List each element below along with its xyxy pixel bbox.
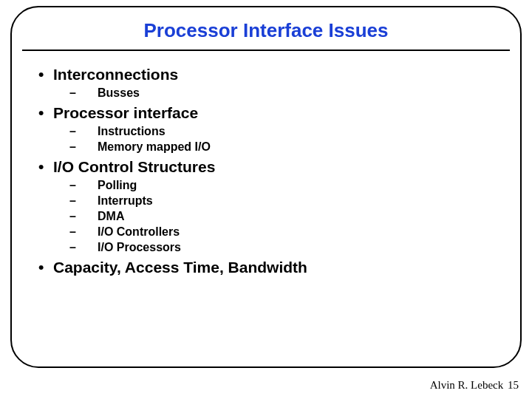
subitem-interrupts: Interrupts xyxy=(69,194,494,208)
subitem-instructions: Instructions xyxy=(69,125,494,138)
title-area: Processor Interface Issues xyxy=(12,7,520,50)
bullet-processor-interface: Processor interface xyxy=(38,104,494,122)
footer-author: Alvin R. Lebeck xyxy=(430,379,504,391)
bullet-capacity-access-bandwidth: Capacity, Access Time, Bandwidth xyxy=(38,259,494,276)
subitem-io-processors: I/O Processors xyxy=(69,241,494,254)
slide-footer: Alvin R. Lebeck 15 xyxy=(430,379,519,392)
footer-page-number: 15 xyxy=(508,379,519,391)
slide-frame: Processor Interface Issues Interconnecti… xyxy=(10,6,522,368)
subitem-io-controllers: I/O Controllers xyxy=(69,225,494,239)
bullet-interconnections: Interconnections xyxy=(38,66,494,83)
slide-content: Interconnections Busses Processor interf… xyxy=(12,51,520,276)
subitem-dma: DMA xyxy=(69,210,494,223)
bullet-io-control-structures: I/O Control Structures xyxy=(38,158,494,176)
subitem-polling: Polling xyxy=(69,179,494,192)
slide-title: Processor Interface Issues xyxy=(12,19,520,42)
subitem-memory-mapped-io: Memory mapped I/O xyxy=(69,140,494,154)
subitem-busses: Busses xyxy=(69,86,494,100)
